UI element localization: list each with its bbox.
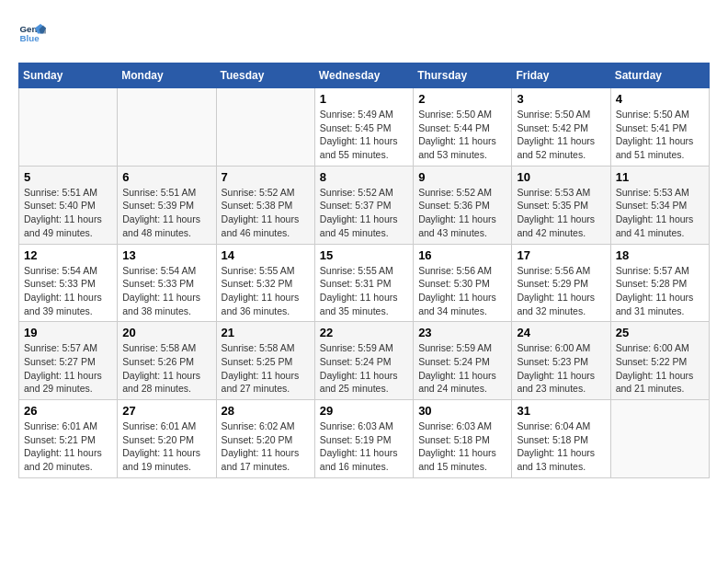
calendar-table: SundayMondayTuesdayWednesdayThursdayFrid… — [18, 63, 710, 478]
day-info: Sunrise: 6:02 AM Sunset: 5:20 PM Dayligh… — [222, 419, 310, 474]
calendar-cell: 24Sunrise: 6:00 AM Sunset: 5:23 PM Dayli… — [512, 322, 610, 400]
calendar-cell: 27Sunrise: 6:01 AM Sunset: 5:20 PM Dayli… — [118, 400, 216, 478]
day-info: Sunrise: 5:59 AM Sunset: 5:24 PM Dayligh… — [320, 341, 408, 396]
calendar-cell: 29Sunrise: 6:03 AM Sunset: 5:19 PM Dayli… — [314, 400, 413, 478]
calendar-cell — [118, 88, 216, 167]
calendar-cell: 1Sunrise: 5:49 AM Sunset: 5:45 PM Daylig… — [314, 88, 413, 167]
day-number: 31 — [517, 404, 605, 418]
day-number: 5 — [24, 170, 112, 184]
calendar-cell: 25Sunrise: 6:00 AM Sunset: 5:22 PM Dayli… — [610, 322, 709, 400]
calendar-cell: 26Sunrise: 6:01 AM Sunset: 5:21 PM Dayli… — [19, 400, 118, 478]
day-number: 24 — [517, 326, 605, 339]
calendar-cell: 22Sunrise: 5:59 AM Sunset: 5:24 PM Dayli… — [314, 322, 413, 400]
weekday-header-tuesday: Tuesday — [216, 63, 314, 88]
day-number: 20 — [122, 326, 210, 339]
calendar-cell: 23Sunrise: 5:59 AM Sunset: 5:24 PM Dayli… — [414, 322, 512, 400]
day-info: Sunrise: 5:51 AM Sunset: 5:40 PM Dayligh… — [24, 186, 112, 240]
day-number: 21 — [222, 326, 310, 339]
calendar-cell: 16Sunrise: 5:56 AM Sunset: 5:30 PM Dayli… — [414, 244, 512, 322]
day-number: 29 — [320, 404, 408, 418]
day-number: 10 — [517, 170, 605, 184]
day-info: Sunrise: 5:50 AM Sunset: 5:44 PM Dayligh… — [418, 108, 506, 162]
calendar-cell: 18Sunrise: 5:57 AM Sunset: 5:28 PM Dayli… — [610, 244, 709, 322]
day-info: Sunrise: 6:01 AM Sunset: 5:21 PM Dayligh… — [24, 419, 112, 474]
weekday-header-sunday: Sunday — [19, 63, 118, 88]
logo-icon: General Blue — [18, 18, 46, 46]
calendar-cell: 7Sunrise: 5:52 AM Sunset: 5:38 PM Daylig… — [216, 166, 314, 244]
calendar-cell: 12Sunrise: 5:54 AM Sunset: 5:33 PM Dayli… — [19, 244, 118, 322]
day-number: 6 — [122, 170, 210, 184]
calendar-cell — [610, 400, 709, 478]
calendar-week-row: 12Sunrise: 5:54 AM Sunset: 5:33 PM Dayli… — [19, 244, 710, 322]
day-info: Sunrise: 5:56 AM Sunset: 5:29 PM Dayligh… — [517, 264, 605, 318]
day-info: Sunrise: 5:55 AM Sunset: 5:31 PM Dayligh… — [320, 264, 408, 318]
calendar-cell — [216, 88, 314, 167]
day-info: Sunrise: 5:53 AM Sunset: 5:35 PM Dayligh… — [517, 186, 605, 240]
weekday-header-thursday: Thursday — [414, 63, 512, 88]
logo: General Blue — [18, 18, 50, 46]
calendar-cell: 13Sunrise: 5:54 AM Sunset: 5:33 PM Dayli… — [118, 244, 216, 322]
calendar-cell: 17Sunrise: 5:56 AM Sunset: 5:29 PM Dayli… — [512, 244, 610, 322]
weekday-header-row: SundayMondayTuesdayWednesdayThursdayFrid… — [19, 63, 710, 88]
calendar-cell — [19, 88, 118, 167]
day-info: Sunrise: 5:53 AM Sunset: 5:34 PM Dayligh… — [616, 186, 704, 240]
day-number: 19 — [24, 326, 112, 339]
day-number: 25 — [616, 326, 704, 339]
weekday-header-monday: Monday — [118, 63, 216, 88]
day-info: Sunrise: 5:56 AM Sunset: 5:30 PM Dayligh… — [418, 264, 506, 318]
calendar-cell: 8Sunrise: 5:52 AM Sunset: 5:37 PM Daylig… — [314, 166, 413, 244]
day-number: 8 — [320, 170, 408, 184]
calendar-cell: 2Sunrise: 5:50 AM Sunset: 5:44 PM Daylig… — [414, 88, 512, 167]
calendar-cell: 20Sunrise: 5:58 AM Sunset: 5:26 PM Dayli… — [118, 322, 216, 400]
calendar-cell: 4Sunrise: 5:50 AM Sunset: 5:41 PM Daylig… — [610, 88, 709, 167]
day-info: Sunrise: 5:58 AM Sunset: 5:25 PM Dayligh… — [222, 341, 310, 396]
day-info: Sunrise: 5:52 AM Sunset: 5:38 PM Dayligh… — [222, 186, 310, 240]
calendar-cell: 9Sunrise: 5:52 AM Sunset: 5:36 PM Daylig… — [414, 166, 512, 244]
day-info: Sunrise: 5:52 AM Sunset: 5:37 PM Dayligh… — [320, 186, 408, 240]
day-info: Sunrise: 5:50 AM Sunset: 5:42 PM Dayligh… — [517, 108, 605, 162]
day-info: Sunrise: 5:54 AM Sunset: 5:33 PM Dayligh… — [24, 264, 112, 318]
calendar-cell: 21Sunrise: 5:58 AM Sunset: 5:25 PM Dayli… — [216, 322, 314, 400]
calendar-cell: 3Sunrise: 5:50 AM Sunset: 5:42 PM Daylig… — [512, 88, 610, 167]
calendar-cell: 19Sunrise: 5:57 AM Sunset: 5:27 PM Dayli… — [19, 322, 118, 400]
day-info: Sunrise: 5:51 AM Sunset: 5:39 PM Dayligh… — [122, 186, 210, 240]
day-number: 15 — [320, 248, 408, 262]
calendar-cell: 10Sunrise: 5:53 AM Sunset: 5:35 PM Dayli… — [512, 166, 610, 244]
weekday-header-saturday: Saturday — [610, 63, 709, 88]
day-number: 7 — [222, 170, 310, 184]
calendar-cell: 14Sunrise: 5:55 AM Sunset: 5:32 PM Dayli… — [216, 244, 314, 322]
calendar-cell: 6Sunrise: 5:51 AM Sunset: 5:39 PM Daylig… — [118, 166, 216, 244]
day-number: 26 — [24, 404, 112, 418]
day-info: Sunrise: 5:57 AM Sunset: 5:28 PM Dayligh… — [616, 264, 704, 318]
day-number: 14 — [222, 248, 310, 262]
calendar-week-row: 1Sunrise: 5:49 AM Sunset: 5:45 PM Daylig… — [19, 88, 710, 167]
day-info: Sunrise: 6:04 AM Sunset: 5:18 PM Dayligh… — [517, 419, 605, 474]
day-info: Sunrise: 6:00 AM Sunset: 5:23 PM Dayligh… — [517, 341, 605, 396]
day-number: 27 — [122, 404, 210, 418]
day-number: 2 — [418, 92, 506, 106]
day-number: 18 — [616, 248, 704, 262]
day-number: 13 — [122, 248, 210, 262]
svg-text:Blue: Blue — [20, 33, 40, 43]
day-number: 30 — [418, 404, 506, 418]
day-number: 16 — [418, 248, 506, 262]
day-number: 1 — [320, 92, 408, 106]
calendar-cell: 11Sunrise: 5:53 AM Sunset: 5:34 PM Dayli… — [610, 166, 709, 244]
day-number: 17 — [517, 248, 605, 262]
day-info: Sunrise: 5:58 AM Sunset: 5:26 PM Dayligh… — [122, 341, 210, 396]
calendar-cell: 30Sunrise: 6:03 AM Sunset: 5:18 PM Dayli… — [414, 400, 512, 478]
day-info: Sunrise: 5:59 AM Sunset: 5:24 PM Dayligh… — [418, 341, 506, 396]
day-number: 11 — [616, 170, 704, 184]
day-info: Sunrise: 5:50 AM Sunset: 5:41 PM Dayligh… — [616, 108, 704, 162]
top-row: General Blue — [18, 18, 710, 55]
day-number: 12 — [24, 248, 112, 262]
day-info: Sunrise: 6:03 AM Sunset: 5:18 PM Dayligh… — [418, 419, 506, 474]
weekday-header-wednesday: Wednesday — [314, 63, 413, 88]
day-info: Sunrise: 5:57 AM Sunset: 5:27 PM Dayligh… — [24, 341, 112, 396]
day-info: Sunrise: 5:49 AM Sunset: 5:45 PM Dayligh… — [320, 108, 408, 162]
day-number: 3 — [517, 92, 605, 106]
day-info: Sunrise: 6:03 AM Sunset: 5:19 PM Dayligh… — [320, 419, 408, 474]
calendar-cell: 28Sunrise: 6:02 AM Sunset: 5:20 PM Dayli… — [216, 400, 314, 478]
calendar-week-row: 5Sunrise: 5:51 AM Sunset: 5:40 PM Daylig… — [19, 166, 710, 244]
day-info: Sunrise: 6:01 AM Sunset: 5:20 PM Dayligh… — [122, 419, 210, 474]
